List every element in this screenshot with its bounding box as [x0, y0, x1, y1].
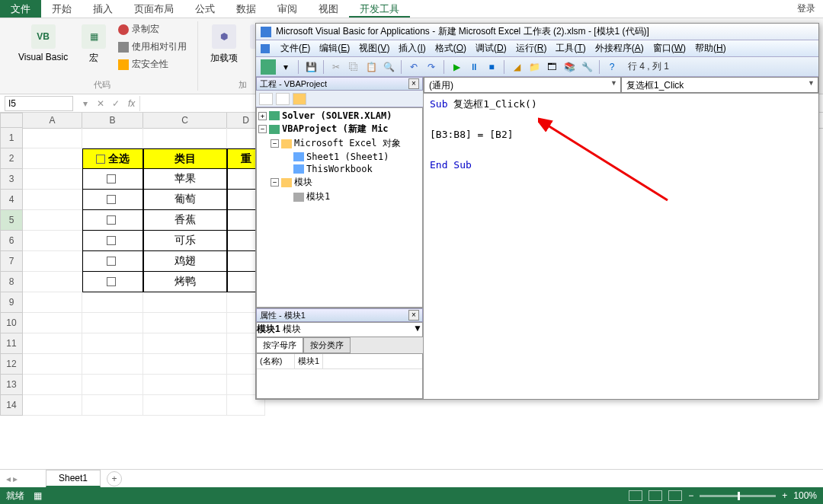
- copy-icon[interactable]: ⿻: [346, 59, 361, 75]
- cell-B12[interactable]: [82, 354, 143, 375]
- add-sheet-button[interactable]: +: [107, 471, 122, 486]
- prop-name-value[interactable]: 模块1: [295, 354, 323, 368]
- props-grid[interactable]: (名称)模块1: [256, 353, 423, 399]
- cell-B13[interactable]: [82, 375, 143, 395]
- dropdown-icon[interactable]: ▾: [78, 98, 93, 109]
- cell-C1[interactable]: [143, 128, 227, 148]
- props-icon[interactable]: 🗔: [544, 59, 559, 75]
- checkbox-icon[interactable]: [107, 277, 116, 286]
- save-icon[interactable]: 💾: [303, 59, 319, 75]
- tab-file[interactable]: 文件: [0, 0, 41, 18]
- cell-B4[interactable]: [82, 190, 143, 210]
- cut-icon[interactable]: ✂: [328, 59, 344, 75]
- tab-formula[interactable]: 公式: [184, 0, 226, 18]
- cell-B6[interactable]: [82, 231, 143, 251]
- row-header-1[interactable]: 1: [0, 128, 23, 148]
- row-header-6[interactable]: 6: [0, 231, 23, 251]
- cell-C4[interactable]: 葡萄: [143, 190, 227, 210]
- checkbox-icon[interactable]: [107, 174, 116, 183]
- toolbox-icon[interactable]: 🔧: [579, 59, 594, 75]
- tab-insert[interactable]: 插入: [82, 0, 123, 18]
- pause-icon[interactable]: ⏸: [466, 59, 482, 75]
- confirm-icon[interactable]: ✓: [108, 98, 123, 109]
- props-tab-category[interactable]: 按分类序: [303, 337, 351, 353]
- zoom-level[interactable]: 100%: [793, 490, 817, 501]
- vba-menu-i[interactable]: 插入(I): [394, 41, 430, 55]
- row-header-3[interactable]: 3: [0, 169, 23, 190]
- addins-button[interactable]: ⬢ 加载项: [206, 21, 242, 68]
- checkbox-icon[interactable]: [107, 215, 116, 225]
- col-header-c[interactable]: C: [143, 113, 227, 128]
- project-icon[interactable]: 📁: [527, 59, 542, 75]
- zoom-in-button[interactable]: +: [782, 490, 787, 501]
- sheet-nav[interactable]: ◂ ▸: [6, 474, 18, 484]
- tab-home[interactable]: 开始: [41, 0, 82, 18]
- paste-icon[interactable]: 📋: [363, 59, 379, 75]
- vba-titlebar[interactable]: Microsoft Visual Basic for Applications …: [256, 24, 818, 40]
- view-break-icon[interactable]: [668, 490, 682, 501]
- tree-excel-objects[interactable]: −Microsoft Excel 对象: [258, 136, 421, 151]
- cell-A6[interactable]: [23, 231, 82, 251]
- cell-A7[interactable]: [23, 251, 82, 272]
- vba-menu-r[interactable]: 运行(R): [511, 41, 552, 55]
- tree-thisworkbook[interactable]: ThisWorkbook: [258, 163, 421, 175]
- cell-A11[interactable]: [23, 333, 82, 354]
- cell-A12[interactable]: [23, 354, 82, 375]
- help-icon[interactable]: ?: [604, 59, 620, 75]
- checkbox-icon[interactable]: [107, 236, 116, 245]
- row-header-7[interactable]: 7: [0, 251, 23, 272]
- vba-menu-v[interactable]: 视图(V): [354, 41, 394, 55]
- cell-B10[interactable]: [82, 313, 143, 333]
- redo-icon[interactable]: ↷: [424, 59, 439, 75]
- fx-icon[interactable]: fx: [123, 98, 139, 109]
- cell-B8[interactable]: [82, 272, 143, 292]
- vba-menu-t[interactable]: 工具(T): [551, 41, 590, 55]
- cell-C2[interactable]: 类目: [143, 148, 227, 169]
- tab-review[interactable]: 审阅: [267, 0, 308, 18]
- relative-ref-button[interactable]: 使用相对引用: [115, 39, 190, 55]
- zoom-out-button[interactable]: −: [688, 490, 693, 501]
- run-icon[interactable]: ▶: [449, 59, 464, 75]
- insert-dropdown-icon[interactable]: ▾: [278, 59, 293, 75]
- find-icon[interactable]: 🔍: [381, 59, 396, 75]
- vba-menu-d[interactable]: 调试(D): [471, 41, 511, 55]
- procedure-combo[interactable]: 复选框1_Click: [621, 77, 818, 93]
- browser-icon[interactable]: 📚: [562, 59, 577, 75]
- cell-A9[interactable]: [23, 292, 82, 313]
- tree-modules-folder[interactable]: −模块: [258, 175, 421, 190]
- cell-C14[interactable]: [143, 395, 227, 416]
- cell-B3[interactable]: [82, 169, 143, 190]
- cell-C9[interactable]: [143, 292, 227, 313]
- name-box[interactable]: [5, 96, 73, 111]
- cell-B11[interactable]: [82, 333, 143, 354]
- tab-data[interactable]: 数据: [226, 0, 267, 18]
- cell-B14[interactable]: [82, 395, 143, 416]
- macro-security-button[interactable]: 宏安全性: [115, 56, 190, 72]
- cell-C13[interactable]: [143, 375, 227, 395]
- props-close-button[interactable]: ×: [408, 310, 419, 321]
- tree-sheet1[interactable]: Sheet1 (Sheet1): [258, 151, 421, 163]
- col-header-a[interactable]: A: [23, 113, 82, 128]
- cell-A2[interactable]: [23, 148, 82, 169]
- cell-C8[interactable]: 烤鸭: [143, 272, 227, 292]
- code-editor[interactable]: Sub 复选框1_Click() [B3:B8] = [B2] End Sub: [424, 94, 818, 399]
- cancel-icon[interactable]: ✕: [93, 98, 108, 109]
- row-header-12[interactable]: 12: [0, 354, 23, 375]
- vba-menu-e[interactable]: 编辑(E): [315, 41, 354, 55]
- view-object-icon[interactable]: [276, 93, 290, 105]
- props-object-combo[interactable]: 模块1 模块 ▼: [256, 322, 423, 337]
- sheet-tab-sheet1[interactable]: Sheet1: [46, 470, 101, 487]
- view-excel-icon[interactable]: [261, 59, 276, 75]
- select-all-corner[interactable]: [0, 113, 23, 128]
- vba-menu-f[interactable]: 文件(F): [276, 41, 315, 55]
- vba-menu-a[interactable]: 外接程序(A): [591, 41, 648, 55]
- view-normal-icon[interactable]: [629, 490, 642, 501]
- cell-B7[interactable]: [82, 251, 143, 272]
- row-header-9[interactable]: 9: [0, 292, 23, 313]
- tree-module1[interactable]: 模块1: [258, 190, 421, 204]
- row-header-11[interactable]: 11: [0, 333, 23, 354]
- cell-C10[interactable]: [143, 313, 227, 333]
- tab-view[interactable]: 视图: [308, 0, 349, 18]
- cell-C7[interactable]: 鸡翅: [143, 251, 227, 272]
- cell-B9[interactable]: [82, 292, 143, 313]
